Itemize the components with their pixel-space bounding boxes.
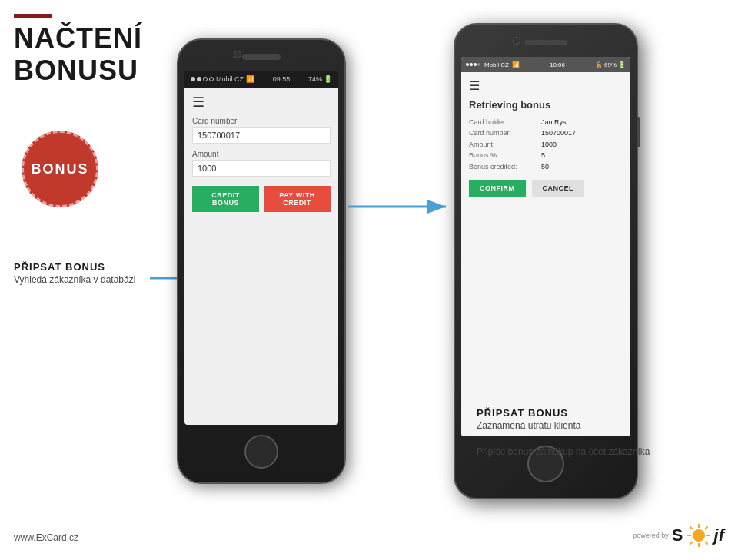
arrow-between-phones-icon	[348, 196, 452, 217]
phone1-app-content: ☰ Card number 150700017 Amount 1000 CRED…	[184, 88, 338, 425]
phone2-camera	[513, 37, 520, 45]
phone2-wifi-icon: 📶	[512, 61, 520, 68]
info-key-bonus-credited: Bonus credited:	[469, 161, 538, 172]
phone1-hamburger-icon[interactable]: ☰	[192, 95, 331, 109]
title-section: NAČTENÍ BONUSU	[14, 14, 142, 87]
phone2-screen-title: Retrieving bonus	[469, 99, 623, 111]
right-label-sub2: Připíše bonus za nákup na účet zákazníka	[477, 446, 650, 457]
phone1-home-button[interactable]	[244, 435, 278, 469]
info-val-bonus-pct: 5	[541, 150, 545, 161]
credit-bonus-button[interactable]: CREDIT BONUS	[192, 186, 259, 212]
phone1-card-input[interactable]: 150700017	[192, 127, 331, 144]
phone1-statusbar: Mobil CZ 📶 09:55 74% 🔋	[184, 71, 338, 88]
info-key-amount: Amount:	[469, 139, 538, 150]
pay-with-credit-button[interactable]: PAY WITH CREDIT	[264, 186, 331, 212]
phone1-screen: Mobil CZ 📶 09:55 74% 🔋 ☰ Card number 150…	[184, 71, 338, 425]
info-val-bonus-credited: 50	[541, 161, 549, 172]
info-key-cardnum: Card number:	[469, 128, 538, 138]
powered-by-text: powered by	[633, 532, 669, 539]
phone1-battery: 74%	[308, 75, 322, 83]
info-key-bonus-pct: Bonus %:	[469, 150, 538, 161]
logo-jf: jf	[714, 525, 724, 545]
phone2-time: 10:06	[550, 61, 565, 68]
phone2-lock-icon: 🔒	[595, 61, 603, 68]
logo-sun-icon	[686, 523, 711, 548]
phone1-time: 09:55	[273, 75, 291, 83]
right-label: PŘIPSAT BONUS Zaznamená útratu klienta P…	[477, 407, 650, 457]
powered-by-section: powered by S jf	[633, 523, 724, 548]
right-label-title: PŘIPSAT BONUS	[477, 407, 650, 419]
phone2-statusbar: Mobil CZ 📶 10:06 🔒 69% 🔋	[461, 57, 630, 72]
table-row: Bonus credited: 50	[469, 161, 623, 172]
title-bar	[14, 14, 52, 18]
phone1-btn-row: CREDIT BONUS PAY WITH CREDIT	[192, 186, 331, 212]
left-label-title: PŘIPSAT BONUS	[14, 261, 135, 273]
table-row: Card number: 150700017	[469, 128, 623, 138]
phone1-camera	[234, 51, 241, 58]
phone2-info-table: Card holder: Jan Rys Card number: 150700…	[469, 117, 623, 172]
footer-website: www.ExCard.cz	[14, 532, 78, 543]
phone1-wifi-icon: 📶	[246, 75, 254, 83]
phone2-side-button	[637, 117, 640, 147]
title-line2: BONUSU	[14, 55, 142, 87]
logo-s: S	[672, 525, 683, 545]
phone2-app-content: ☰ Retrieving bonus Card holder: Jan Rys …	[461, 72, 630, 436]
info-key-holder: Card holder:	[469, 117, 538, 128]
svg-line-11	[690, 527, 693, 530]
phone1: Mobil CZ 📶 09:55 74% 🔋 ☰ Card number 150…	[177, 38, 346, 484]
info-val-cardnum: 150700017	[541, 128, 576, 138]
svg-line-13	[705, 527, 708, 530]
table-row: Amount: 1000	[469, 139, 623, 150]
phone1-speaker	[242, 54, 281, 60]
left-label-subtitle: Vyhledá zákazníka v databázi	[14, 274, 135, 285]
phone1-carrier: Mobil CZ	[216, 75, 244, 83]
svg-line-12	[705, 542, 708, 545]
confirm-button[interactable]: CONFIRM	[469, 180, 526, 197]
phone2-carrier: Mobil CZ	[484, 61, 509, 68]
phone1-card-label: Card number	[192, 117, 331, 125]
phone1-outer: Mobil CZ 📶 09:55 74% 🔋 ☰ Card number 150…	[177, 38, 346, 484]
phone2-screen: Mobil CZ 📶 10:06 🔒 69% 🔋 ☰ Retrieving bo…	[461, 57, 630, 436]
svg-line-14	[690, 542, 693, 545]
info-val-holder: Jan Rys	[541, 117, 567, 128]
phone1-amount-input[interactable]: 1000	[192, 160, 331, 177]
table-row: Card holder: Jan Rys	[469, 117, 623, 128]
cancel-button[interactable]: CANCEL	[532, 180, 585, 197]
bonus-badge: BONUS	[22, 131, 98, 207]
title-line1: NAČTENÍ	[14, 22, 142, 55]
table-row: Bonus %: 5	[469, 150, 623, 161]
left-label: PŘIPSAT BONUS Vyhledá zákazníka v databá…	[14, 261, 135, 285]
right-label-sub1: Zaznamená útratu klienta	[477, 420, 650, 431]
phone2-battery: 69%	[604, 61, 617, 68]
phone2-hamburger-icon[interactable]: ☰	[469, 78, 623, 93]
svg-point-6	[693, 529, 705, 542]
phone2-speaker	[525, 40, 567, 45]
info-val-amount: 1000	[541, 139, 557, 150]
phone1-amount-label: Amount	[192, 150, 331, 158]
phone1-battery-icon: 🔋	[324, 75, 332, 83]
phone2-battery-icon: 🔋	[618, 61, 626, 68]
phone2-btn-row: CONFIRM CANCEL	[469, 180, 623, 197]
